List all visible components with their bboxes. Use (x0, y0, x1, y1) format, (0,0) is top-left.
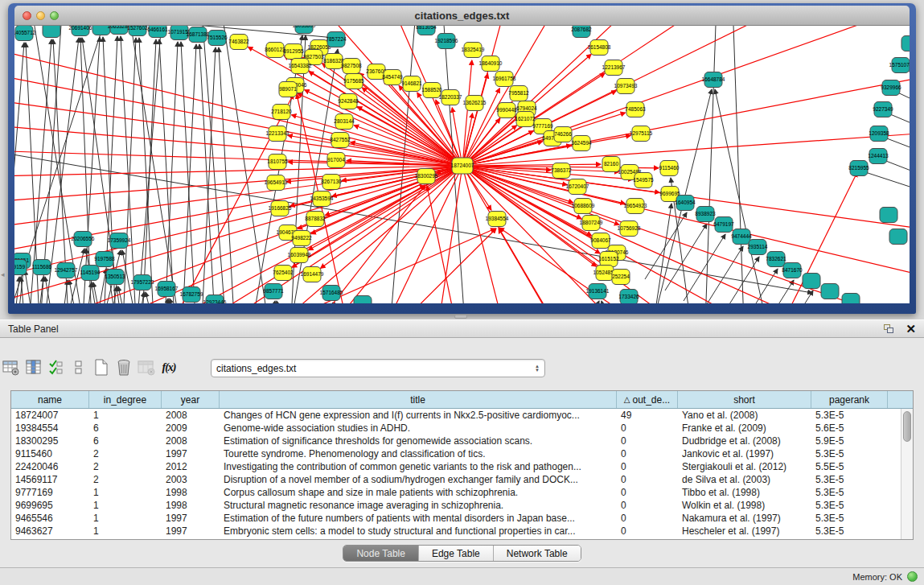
graph-node[interactable]: 917004 (327, 153, 345, 168)
memory-status-indicator[interactable] (907, 571, 918, 582)
column-visibility-icon[interactable] (23, 356, 45, 380)
graph-node[interactable]: 19166825 (269, 201, 292, 216)
graph-node[interactable]: 9857771 (263, 284, 284, 299)
graph-node[interactable]: 8471670 (782, 263, 803, 278)
column-header-short[interactable]: short (678, 391, 811, 408)
graph-node[interactable]: 1549575 (633, 173, 654, 188)
row-select-icon[interactable] (45, 356, 68, 380)
graph-node[interactable]: 9115460 (659, 161, 680, 176)
graph-node[interactable]: 16720407 (566, 179, 589, 195)
graph-node[interactable]: 9175685 (343, 74, 364, 89)
graph-node[interactable] (803, 274, 820, 289)
graph-node[interactable]: 8267130 (321, 175, 342, 190)
table-row[interactable]: 946362711997Embryonic stem cells: a mode… (11, 525, 913, 538)
graph-node[interactable] (821, 284, 839, 299)
graph-node[interactable]: 8912955 (283, 44, 304, 60)
graph-node[interactable]: 16543382 (289, 59, 312, 74)
graph-node[interactable]: 2718120 (271, 105, 292, 120)
graph-node[interactable]: 2935114 (748, 240, 768, 255)
graph-node[interactable]: 7463822 (228, 35, 249, 50)
table-row[interactable]: 1456911722003Disruption of a novel membe… (11, 473, 913, 486)
new-table-icon[interactable] (90, 356, 113, 380)
delete-table-icon[interactable] (113, 356, 135, 380)
graph-node[interactable]: 7955812 (508, 86, 529, 101)
graph-node[interactable] (354, 296, 372, 304)
split-pane-handle[interactable] (454, 315, 467, 319)
graph-node[interactable]: 3624594 (571, 136, 592, 151)
graph-node[interactable]: 8427552 (330, 133, 351, 148)
graph-node[interactable]: 17957223 (131, 275, 154, 290)
scrollbar-thumb[interactable] (903, 411, 911, 442)
network-window-titlebar[interactable]: citations_edges.txt (14, 6, 910, 26)
table-row[interactable]: 977716911998Corpus callosum shape and si… (11, 486, 913, 499)
graph-node[interactable]: 8813054 (416, 26, 437, 35)
graph-node[interactable]: 1810755 (267, 154, 288, 170)
graph-node[interactable]: 16154808 (588, 40, 611, 56)
minimize-window-button[interactable] (36, 11, 45, 20)
graph-node[interactable]: 9227349 (873, 102, 893, 117)
network-canvas[interactable]: 7463822866012389129551822605898275031654… (14, 26, 910, 303)
graph-node[interactable]: 8215955 (848, 161, 869, 176)
graph-node[interactable]: 746266 (554, 127, 572, 142)
graph-node[interactable]: 14353594 (310, 192, 334, 207)
float-panel-icon[interactable] (884, 324, 894, 334)
column-header-in_degree[interactable]: in_degree (89, 391, 162, 408)
graph-node[interactable]: 8938923 (695, 207, 716, 222)
graph-node[interactable]: 18220337 (439, 90, 462, 105)
graph-node[interactable]: 1244413 (868, 149, 889, 164)
graph-node[interactable] (889, 229, 907, 245)
graph-node[interactable]: 9146821 (401, 76, 422, 92)
graph-node[interactable]: 2803144 (334, 114, 355, 130)
graph-node[interactable]: 7485063 (625, 102, 646, 117)
graph-node[interactable] (901, 36, 910, 51)
graph-node[interactable]: 6466161 (147, 26, 168, 38)
graph-node[interactable]: 7625402 (273, 266, 294, 281)
graph-node[interactable]: 16782759 (180, 287, 203, 303)
graph-node[interactable]: 10688609 (572, 199, 595, 214)
collapse-side-panel-arrow[interactable]: ◂ (1, 270, 5, 278)
table-row[interactable]: 1830029562008Estimation of significance … (11, 435, 913, 447)
graph-node[interactable]: 10973493 (614, 79, 638, 94)
table-selector-dropdown[interactable]: citations_edges.txt ▲▼ (211, 359, 545, 377)
graph-node[interactable]: 8660123 (265, 43, 285, 58)
graph-node[interactable] (880, 208, 897, 223)
graph-node[interactable] (43, 26, 60, 38)
graph-node[interactable]: 7386372 (551, 163, 572, 179)
column-header-name[interactable]: name (11, 391, 89, 408)
graph-node[interactable]: 12213343 (266, 126, 290, 142)
graph-node[interactable]: 1350513 (105, 270, 125, 285)
graph-node[interactable]: 19384554 (486, 212, 509, 227)
graph-node[interactable]: 12213967 (602, 60, 626, 76)
graph-node[interactable]: 1733426 (618, 290, 639, 304)
graph-node[interactable]: 9197588 (94, 252, 115, 267)
table-vertical-scrollbar[interactable] (901, 409, 913, 540)
graph-node[interactable]: 19218596 (435, 34, 458, 49)
graph-node[interactable]: 39159 (14, 260, 27, 275)
function-builder-icon[interactable]: f(x) (158, 356, 180, 380)
graph-node[interactable]: 15751074 (889, 58, 910, 73)
graph-node[interactable]: 7515526 (207, 31, 228, 46)
column-stack-icon[interactable] (68, 356, 90, 380)
graph-node[interactable]: 8878832 (305, 212, 326, 227)
citation-network-graph[interactable]: 7463822866012389129551822605898275031654… (14, 26, 910, 303)
graph-node[interactable]: 18640910 (479, 56, 503, 72)
table-row[interactable]: 1872400712008Changes of HCN gene express… (11, 409, 913, 422)
graph-node[interactable]: 7857224 (326, 32, 347, 47)
graph-node[interactable]: 16961758 (493, 72, 516, 87)
graph-node[interactable]: 9329966 (881, 80, 901, 96)
graph-node[interactable]: 19136141 (586, 284, 610, 299)
tab-edge-table[interactable]: Edge Table (419, 546, 494, 561)
import-table-icon[interactable] (135, 356, 158, 380)
graph-node[interactable]: 9827508 (341, 59, 362, 74)
graph-node[interactable]: 12975115 (630, 126, 653, 142)
column-header-pagerank[interactable]: pagerank (811, 391, 888, 408)
graph-node[interactable]: 1209358 (869, 126, 889, 142)
graph-node[interactable]: 10756928 (618, 221, 641, 237)
graph-node[interactable]: 19654913 (265, 175, 288, 191)
graph-node[interactable]: 18724007 (451, 158, 474, 174)
graph-node[interactable]: 12942757 (55, 263, 78, 278)
table-row[interactable]: 946554611997Estimation of the future num… (11, 512, 913, 525)
zoom-window-button[interactable] (50, 11, 59, 20)
graph-node[interactable]: 16033809 (293, 26, 316, 34)
tab-network-table[interactable]: Network Table (494, 546, 581, 561)
